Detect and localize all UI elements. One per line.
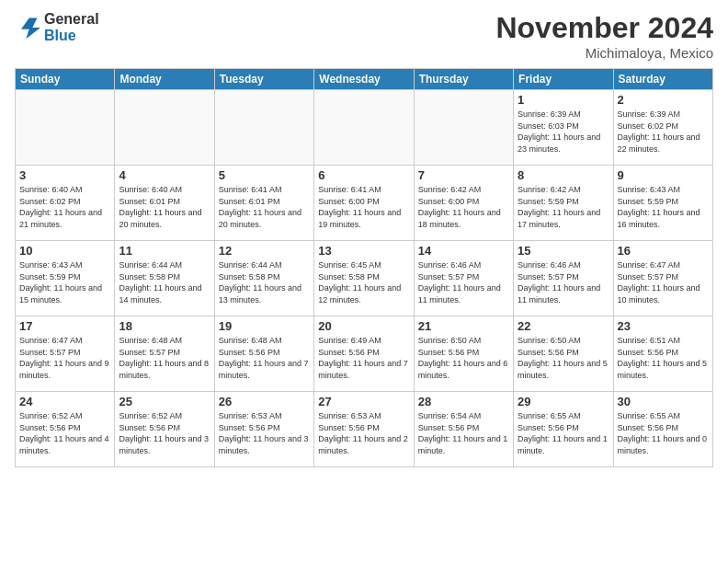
day-info: Sunrise: 6:51 AMSunset: 5:56 PMDaylight:… [618,335,709,381]
day-info: Sunrise: 6:55 AMSunset: 5:56 PMDaylight:… [618,410,709,456]
day-info: Sunrise: 6:48 AMSunset: 5:57 PMDaylight:… [119,335,210,381]
calendar-day-header: Thursday [414,69,513,90]
day-number: 11 [119,244,210,258]
day-info: Sunrise: 6:55 AMSunset: 5:56 PMDaylight:… [518,410,609,456]
day-info: Sunrise: 6:50 AMSunset: 5:56 PMDaylight:… [518,335,609,381]
calendar-week-row: 17Sunrise: 6:47 AMSunset: 5:57 PMDayligh… [16,316,713,392]
day-number: 24 [19,395,110,408]
day-info: Sunrise: 6:42 AMSunset: 6:00 PMDaylight:… [418,184,509,230]
calendar-cell: 11Sunrise: 6:44 AMSunset: 5:58 PMDayligh… [115,241,214,316]
day-info: Sunrise: 6:40 AMSunset: 6:02 PMDaylight:… [19,184,110,230]
day-number: 14 [418,244,509,258]
day-number: 28 [418,395,509,408]
calendar-cell: 1Sunrise: 6:39 AMSunset: 6:03 PMDaylight… [514,90,613,166]
calendar-cell: 27Sunrise: 6:53 AMSunset: 5:56 PMDayligh… [314,392,414,467]
calendar-day-header: Tuesday [214,69,313,90]
calendar-cell: 25Sunrise: 6:52 AMSunset: 5:56 PMDayligh… [115,392,214,467]
calendar-day-header: Sunday [16,69,115,90]
calendar-week-row: 1Sunrise: 6:39 AMSunset: 6:03 PMDaylight… [16,90,713,166]
day-number: 2 [618,93,709,107]
day-info: Sunrise: 6:40 AMSunset: 6:01 PMDaylight:… [119,184,210,230]
day-number: 19 [219,319,310,333]
day-info: Sunrise: 6:50 AMSunset: 5:56 PMDaylight:… [418,335,509,381]
day-number: 17 [19,319,110,333]
day-info: Sunrise: 6:47 AMSunset: 5:57 PMDaylight:… [618,259,709,305]
day-number: 6 [318,168,409,182]
calendar-header-row: SundayMondayTuesdayWednesdayThursdayFrid… [16,69,713,90]
calendar-cell: 21Sunrise: 6:50 AMSunset: 5:56 PMDayligh… [414,316,513,392]
day-info: Sunrise: 6:46 AMSunset: 5:57 PMDaylight:… [518,259,609,305]
calendar-cell: 15Sunrise: 6:46 AMSunset: 5:57 PMDayligh… [514,241,613,316]
day-info: Sunrise: 6:42 AMSunset: 5:59 PMDaylight:… [518,184,609,230]
day-number: 13 [318,244,409,258]
calendar-table: SundayMondayTuesdayWednesdayThursdayFrid… [15,68,713,467]
day-number: 9 [618,168,709,182]
calendar-day-header: Wednesday [314,69,414,90]
day-number: 20 [318,319,409,333]
day-info: Sunrise: 6:53 AMSunset: 5:56 PMDaylight:… [219,410,310,456]
logo: General Blue [15,11,99,43]
calendar-cell: 10Sunrise: 6:43 AMSunset: 5:59 PMDayligh… [16,241,115,316]
calendar-cell [16,90,115,166]
calendar-cell: 30Sunrise: 6:55 AMSunset: 5:56 PMDayligh… [613,392,712,467]
calendar-day-header: Friday [514,69,613,90]
day-number: 30 [618,395,709,408]
calendar-cell: 17Sunrise: 6:47 AMSunset: 5:57 PMDayligh… [16,316,115,392]
calendar-cell: 6Sunrise: 6:41 AMSunset: 6:00 PMDaylight… [314,166,414,241]
day-info: Sunrise: 6:41 AMSunset: 6:00 PMDaylight:… [318,184,409,230]
day-info: Sunrise: 6:44 AMSunset: 5:58 PMDaylight:… [219,259,310,305]
calendar-cell: 19Sunrise: 6:48 AMSunset: 5:56 PMDayligh… [214,316,313,392]
day-info: Sunrise: 6:41 AMSunset: 6:01 PMDaylight:… [219,184,310,230]
calendar-cell: 23Sunrise: 6:51 AMSunset: 5:56 PMDayligh… [613,316,712,392]
calendar-cell: 5Sunrise: 6:41 AMSunset: 6:01 PMDaylight… [214,166,313,241]
calendar-cell: 14Sunrise: 6:46 AMSunset: 5:57 PMDayligh… [414,241,513,316]
calendar-cell [314,90,414,166]
calendar-cell: 3Sunrise: 6:40 AMSunset: 6:02 PMDaylight… [16,166,115,241]
day-number: 16 [618,244,709,258]
day-info: Sunrise: 6:39 AMSunset: 6:03 PMDaylight:… [518,109,609,155]
logo-text: General Blue [44,11,99,43]
calendar-cell: 28Sunrise: 6:54 AMSunset: 5:56 PMDayligh… [414,392,513,467]
day-number: 23 [618,319,709,333]
logo-blue: Blue [44,28,99,44]
calendar-cell: 13Sunrise: 6:45 AMSunset: 5:58 PMDayligh… [314,241,414,316]
calendar-week-row: 24Sunrise: 6:52 AMSunset: 5:56 PMDayligh… [16,392,713,467]
day-number: 4 [119,168,210,182]
calendar-cell: 29Sunrise: 6:55 AMSunset: 5:56 PMDayligh… [514,392,613,467]
day-number: 18 [119,319,210,333]
day-number: 5 [219,168,310,182]
day-info: Sunrise: 6:52 AMSunset: 5:56 PMDaylight:… [119,410,210,456]
day-number: 25 [119,395,210,408]
day-number: 27 [318,395,409,408]
day-info: Sunrise: 6:45 AMSunset: 5:58 PMDaylight:… [318,259,409,305]
day-number: 7 [418,168,509,182]
calendar-cell: 12Sunrise: 6:44 AMSunset: 5:58 PMDayligh… [214,241,313,316]
logo-general: General [44,11,99,28]
calendar-cell [214,90,313,166]
day-number: 3 [19,168,110,182]
calendar-cell: 26Sunrise: 6:53 AMSunset: 5:56 PMDayligh… [214,392,313,467]
day-info: Sunrise: 6:43 AMSunset: 5:59 PMDaylight:… [618,184,709,230]
calendar-cell: 9Sunrise: 6:43 AMSunset: 5:59 PMDaylight… [613,166,712,241]
day-info: Sunrise: 6:43 AMSunset: 5:59 PMDaylight:… [19,259,110,305]
day-info: Sunrise: 6:48 AMSunset: 5:56 PMDaylight:… [219,335,310,381]
day-number: 1 [518,93,609,107]
calendar-cell [414,90,513,166]
day-number: 10 [19,244,110,258]
calendar-cell: 7Sunrise: 6:42 AMSunset: 6:00 PMDaylight… [414,166,513,241]
logo-icon [15,15,40,40]
calendar-cell: 16Sunrise: 6:47 AMSunset: 5:57 PMDayligh… [613,241,712,316]
month-title: November 2024 [495,11,713,45]
day-info: Sunrise: 6:46 AMSunset: 5:57 PMDaylight:… [418,259,509,305]
day-info: Sunrise: 6:44 AMSunset: 5:58 PMDaylight:… [119,259,210,305]
svg-marker-0 [21,17,40,39]
day-info: Sunrise: 6:47 AMSunset: 5:57 PMDaylight:… [19,335,110,381]
day-number: 12 [219,244,310,258]
calendar-cell: 8Sunrise: 6:42 AMSunset: 5:59 PMDaylight… [514,166,613,241]
calendar-day-header: Saturday [613,69,712,90]
calendar-cell: 18Sunrise: 6:48 AMSunset: 5:57 PMDayligh… [115,316,214,392]
calendar-cell [115,90,214,166]
day-info: Sunrise: 6:54 AMSunset: 5:56 PMDaylight:… [418,410,509,456]
calendar-cell: 4Sunrise: 6:40 AMSunset: 6:01 PMDaylight… [115,166,214,241]
day-number: 22 [518,319,609,333]
